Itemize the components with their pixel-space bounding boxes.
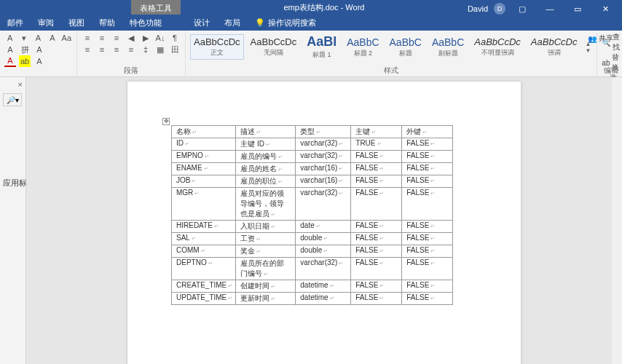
context-tab-table-tools[interactable]: 表格工具 — [131, 0, 181, 16]
font-size-btn[interactable]: ▾ — [18, 32, 29, 44]
char-shading-btn[interactable]: A — [34, 55, 45, 67]
table-cell[interactable]: double — [296, 245, 351, 258]
table-cell[interactable]: 主键 ID — [236, 138, 296, 151]
table-cell[interactable]: date — [296, 221, 351, 233]
table-cell[interactable]: COMM — [172, 245, 236, 258]
table-cell[interactable]: varchar(16) — [296, 163, 351, 175]
align-right-btn[interactable]: ≡ — [111, 44, 122, 55]
table-cell[interactable]: ID — [172, 138, 236, 151]
shrink-font-btn[interactable]: A — [47, 32, 58, 44]
table-cell[interactable]: TRUE — [351, 138, 402, 151]
table-cell[interactable]: FALSE — [351, 151, 402, 163]
menu-features[interactable]: 特色功能 — [122, 15, 169, 31]
close-pane-button[interactable]: × — [3, 80, 23, 89]
char-border-btn[interactable]: A — [34, 44, 45, 55]
clear-format-btn[interactable]: A — [4, 44, 16, 55]
sort-btn[interactable]: A↓ — [154, 32, 166, 44]
table-header-row[interactable]: 名称描述类型主键外键 — [172, 126, 453, 138]
justify-btn[interactable]: ≡ — [125, 44, 137, 55]
table-cell[interactable]: FALSE — [351, 258, 402, 280]
table-cell[interactable]: FALSE — [351, 163, 402, 175]
table-cell[interactable]: FALSE — [402, 245, 453, 258]
table-cell[interactable]: FALSE — [402, 258, 453, 280]
table-move-handle[interactable]: ✥ — [162, 118, 170, 125]
table-cell[interactable]: double — [296, 233, 351, 245]
highlight-btn[interactable]: ab — [19, 55, 31, 67]
style-2[interactable]: AaBl标题 1 — [303, 32, 340, 62]
table-cell[interactable]: MGR — [172, 188, 236, 221]
table-cell[interactable]: 雇员所在的部门编号 — [236, 258, 296, 280]
table-cell[interactable]: FALSE — [402, 151, 453, 163]
table-cell[interactable]: varchar(16) — [296, 175, 351, 188]
borders-btn[interactable]: 田 — [169, 44, 181, 55]
menu-help[interactable]: 帮助 — [92, 15, 122, 31]
table-row[interactable]: ENAME雇员的姓名varchar(16)FALSEFALSE — [172, 163, 453, 175]
table-cell[interactable]: DEPTNO — [172, 258, 236, 280]
table-cell[interactable]: 雇员对应的领导编号，领导也是雇员 — [236, 188, 296, 221]
align-center-btn[interactable]: ≡ — [96, 44, 108, 55]
numbering-btn[interactable]: ≡ — [96, 32, 108, 44]
menu-layout[interactable]: 布局 — [217, 15, 248, 31]
minimize-button[interactable]: — — [539, 1, 561, 16]
table-cell[interactable]: FALSE — [351, 175, 402, 188]
table-row[interactable]: HIREDATE入职日期dateFALSEFALSE — [172, 221, 453, 233]
table-cell[interactable]: FALSE — [351, 280, 402, 293]
phonetic-btn[interactable]: 拼 — [19, 44, 31, 55]
document-area[interactable]: ✥ 名称描述类型主键外键ID主键 IDvarchar(32)TRUEFALSEE… — [26, 77, 622, 364]
table-row[interactable]: CREATE_TIME创建时间datetimeFALSEFALSE — [172, 280, 453, 293]
table-cell[interactable]: FALSE — [351, 293, 402, 305]
table-cell[interactable]: CREATE_TIME — [172, 280, 236, 293]
vertical-scrollbar[interactable] — [612, 77, 622, 364]
table-cell[interactable]: varchar(32) — [296, 151, 351, 163]
table-row[interactable]: MGR雇员对应的领导编号，领导也是雇员varchar(32)FALSEFALSE — [172, 188, 453, 221]
user-name[interactable]: David — [468, 4, 488, 13]
table-cell[interactable]: FALSE — [402, 293, 453, 305]
table-cell[interactable]: FALSE — [402, 163, 453, 175]
ribbon-options-icon[interactable]: ▢ — [511, 1, 533, 16]
table-cell[interactable]: UPDATE_TIME — [172, 293, 236, 305]
multilevel-btn[interactable]: ≡ — [111, 32, 122, 44]
table-cell[interactable]: 雇员的编号 — [236, 151, 296, 163]
table-cell[interactable]: 奖金 — [236, 245, 296, 258]
decrease-indent-btn[interactable]: ◀ — [125, 32, 137, 44]
style-4[interactable]: AaBbC标题 — [386, 34, 425, 60]
table-row[interactable]: SAL工资doubleFALSEFALSE — [172, 233, 453, 245]
maximize-button[interactable]: ▭ — [567, 1, 588, 16]
menu-review[interactable]: 审阅 — [31, 15, 61, 31]
bullets-btn[interactable]: ≡ — [82, 32, 93, 44]
table-row[interactable]: DEPTNO雇员所在的部门编号varchar(32)FALSEFALSE — [172, 258, 453, 280]
table-cell[interactable]: 创建时间 — [236, 280, 296, 293]
table-cell[interactable]: FALSE — [351, 233, 402, 245]
table-row[interactable]: ID主键 IDvarchar(32)TRUEFALSE — [172, 138, 453, 151]
table-row[interactable]: EMPNO雇员的编号varchar(32)FALSEFALSE — [172, 151, 453, 163]
table-cell[interactable]: FALSE — [402, 188, 453, 221]
line-spacing-btn[interactable]: ‡ — [140, 44, 151, 55]
table-row[interactable]: COMM奖金doubleFALSEFALSE — [172, 245, 453, 258]
table-header-cell[interactable]: 描述 — [236, 126, 296, 138]
page[interactable]: ✥ 名称描述类型主键外键ID主键 IDvarchar(32)TRUEFALSEE… — [127, 82, 521, 364]
table-cell[interactable]: FALSE — [402, 138, 453, 151]
share-button[interactable]: 👥共享 — [588, 33, 613, 44]
table-cell[interactable]: varchar(32) — [296, 258, 351, 280]
table-cell[interactable]: FALSE — [402, 280, 453, 293]
table-cell[interactable]: varchar(32) — [296, 138, 351, 151]
table-cell[interactable]: 更新时间 — [236, 293, 296, 305]
table-header-cell[interactable]: 名称 — [172, 126, 236, 138]
font-btn[interactable]: A — [4, 32, 15, 44]
table-row[interactable]: UPDATE_TIME更新时间datetimeFALSEFALSE — [172, 293, 453, 305]
style-5[interactable]: AaBbC副标题 — [428, 34, 468, 60]
table-cell[interactable]: 雇员的职位 — [236, 175, 296, 188]
style-3[interactable]: AaBbC标题 2 — [343, 34, 382, 60]
style-1[interactable]: AaBbCcDc无间隔 — [247, 34, 301, 60]
table-cell[interactable]: 工资 — [236, 233, 296, 245]
table-row[interactable]: JOB雇员的职位varchar(16)FALSEFALSE — [172, 175, 453, 188]
table-cell[interactable]: FALSE — [351, 245, 402, 258]
table-cell[interactable]: FALSE — [351, 221, 402, 233]
document-table[interactable]: 名称描述类型主键外键ID主键 IDvarchar(32)TRUEFALSEEMP… — [171, 125, 453, 305]
tell-me[interactable]: 💡 操作说明搜索 — [248, 15, 323, 31]
table-cell[interactable]: FALSE — [402, 175, 453, 188]
change-case-btn[interactable]: Aa — [61, 32, 72, 44]
table-cell[interactable]: datetime — [296, 280, 351, 293]
nav-search[interactable]: 🔎▾ — [3, 93, 22, 106]
increase-indent-btn[interactable]: ▶ — [140, 32, 151, 44]
